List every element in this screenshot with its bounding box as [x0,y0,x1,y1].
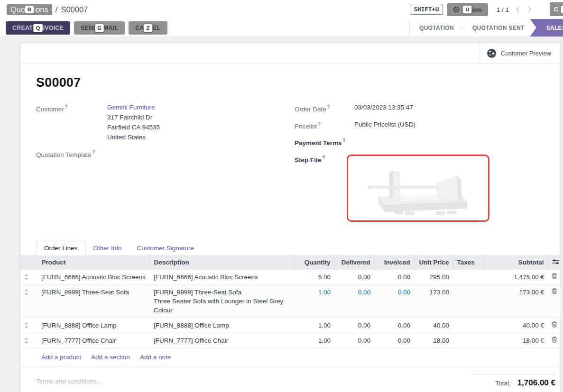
drag-handle-icon[interactable] [20,270,37,285]
table-row[interactable]: [FURN_8999] Three-Seat Sofa [FURN_8999] … [20,284,561,318]
step-file-3d-render [359,160,478,217]
cell-invoiced[interactable]: 0.00 [374,284,414,318]
gear-icon [453,6,460,13]
breadcrumb-record-label: S00007 [61,5,88,14]
customer-preview-button[interactable]: Customer Preview [480,43,560,64]
cell-taxes[interactable] [453,318,483,333]
cell-taxes[interactable] [453,270,483,285]
column-header-subtotal[interactable]: Subtotal [483,255,548,270]
tab-customer-signature[interactable]: Customer Signature [129,241,202,255]
column-header-unit-price[interactable]: Unit Price [414,255,453,270]
cell-delivered[interactable]: 0.00 [334,284,374,318]
cell-description[interactable]: [FURN_7777] Office Chair [150,333,294,348]
chevron-left-icon[interactable] [516,6,520,13]
cell-invoiced[interactable]: 0.00 [374,270,414,285]
keyboard-hint-q: Q [33,24,43,32]
customer-address-line2: Fairfield CA 94535 [107,122,160,132]
customer-field-label: Customer? [36,102,107,142]
column-header-taxes[interactable]: Taxes [453,255,483,270]
cell-unit-price[interactable]: 295.00 [414,270,453,285]
cell-unit-price[interactable]: 40.00 [414,318,453,333]
cell-subtotal: 40.00 € [483,318,548,333]
add-a-product-link[interactable]: Add a product [41,354,81,361]
page-title: S00007 [36,75,560,90]
top-navbar: Quotations B / S00007 SHIFT+U Action U 1… [0,0,563,19]
cell-product[interactable]: [FURN_8888] Office Lamp [37,318,150,333]
cell-product[interactable]: [FURN_8999] Three-Seat Sofa [37,284,150,318]
delete-row-button[interactable] [548,333,561,348]
cell-quantity[interactable]: 1.00 [294,318,334,333]
optional-columns-header[interactable] [548,255,561,270]
table-row[interactable]: [FURN_6666] Acoustic Bloc Screens [FURN_… [20,270,561,285]
customer-address-line1: 317 Fairchild Dr [107,112,160,122]
handle-column-header [20,255,37,270]
drag-handle-icon[interactable] [20,333,37,348]
cell-invoiced[interactable]: 0.00 [374,333,414,348]
keyboard-hint-g: G [94,24,104,32]
clipped-right-button[interactable]: C [550,2,563,16]
cell-subtotal: 1,475.00 € [483,270,548,285]
column-header-invoiced[interactable]: Invoiced [374,255,414,270]
status-step-quotation[interactable]: QUOTATION [410,19,463,36]
step-file-preview[interactable] [347,155,489,222]
cell-invoiced[interactable]: 0.00 [374,318,414,333]
create-invoice-button[interactable]: CREATE INVOICE Q [6,21,70,35]
status-bar: QUOTATION QUOTATION SENT SALES ORDER [409,19,563,36]
cell-quantity[interactable]: 1.00 [294,284,334,318]
table-row[interactable]: [FURN_8888] Office Lamp [FURN_8888] Offi… [20,318,561,333]
cell-delivered[interactable]: 0.00 [334,318,374,333]
cell-delivered[interactable]: 0.00 [334,270,374,285]
tab-other-info[interactable]: Other Info [86,241,129,255]
cancel-button[interactable]: CANCEL Z [129,21,167,35]
pager-count: 1 / 1 [497,6,509,13]
column-header-delivered[interactable]: Delivered [334,255,374,270]
column-header-description[interactable]: Description [150,255,294,270]
column-header-quantity[interactable]: Quantity [294,255,334,270]
cell-taxes[interactable] [453,333,483,348]
pricelist-field-label: Pricelist? [295,119,354,131]
order-date-field-value[interactable]: 03/03/2023 13:35:47 [354,102,413,114]
cell-unit-price[interactable]: 18.00 [414,333,453,348]
order-lines-table: Product Description Quantity Delivered I… [20,255,561,366]
sheet-top-strip: Customer Preview [20,43,560,64]
add-a-note-link[interactable]: Add a note [140,354,171,361]
cell-description[interactable]: [FURN_8888] Office Lamp [150,318,294,333]
chevron-right-icon[interactable] [527,6,532,13]
cell-description[interactable]: [FURN_6666] Acoustic Bloc Screens [150,270,294,285]
cell-taxes[interactable] [453,284,483,318]
cell-quantity[interactable]: 1.00 [294,333,334,348]
cell-quantity[interactable]: 5.00 [294,270,334,285]
total-value: 1,706.00 € [517,378,555,388]
terms-and-conditions-input[interactable]: Terms and conditions... [36,374,102,388]
step-file-field-label: Step File? [295,153,354,222]
order-date-field-label: Order Date? [295,102,354,114]
cell-delivered[interactable]: 0.00 [334,333,374,348]
cell-unit-price[interactable]: 173.00 [414,284,453,318]
drag-handle-icon[interactable] [20,318,37,333]
add-a-section-link[interactable]: Add a section [91,354,130,361]
send-email-button[interactable]: SEND EMAIL G [74,21,125,35]
status-step-sales-order[interactable]: SALES ORDER [530,19,563,36]
total-summary: Total: 1,706.00 € [471,374,555,388]
delete-row-button[interactable] [548,270,561,285]
cell-product[interactable]: [FURN_6666] Acoustic Bloc Screens [37,270,150,285]
cell-description[interactable]: [FURN_8999] Three-Seat SofaThree Seater … [150,284,294,318]
payment-terms-field-label: Payment Terms? [295,136,354,147]
table-row[interactable]: [FURN_7777] Office Chair [FURN_7777] Off… [20,333,561,348]
sales-order-sheet: Customer Preview S00007 Customer? Gemini… [20,43,560,392]
delete-row-button[interactable] [548,284,561,318]
notebook-tabs: Order Lines Other Info Customer Signatur… [20,241,560,255]
breadcrumb-quotations-link[interactable]: Quotations B [7,4,52,15]
keyboard-hint-shift-u: SHIFT+U [410,4,443,15]
drag-handle-icon[interactable] [20,284,37,318]
pricelist-field-value[interactable]: Public Pricelist (USD) [354,119,415,131]
status-step-quotation-sent[interactable]: QUOTATION SENT [463,19,534,36]
help-icon: ? [343,138,346,143]
action-menu-button[interactable]: Action U [447,3,488,16]
column-header-product[interactable]: Product [37,255,150,270]
tab-order-lines[interactable]: Order Lines [36,241,86,255]
help-icon: ? [65,104,68,109]
delete-row-button[interactable] [548,318,561,333]
cell-product[interactable]: [FURN_7777] Office Chair [37,333,150,348]
customer-link[interactable]: Gemini Furniture [107,104,155,111]
